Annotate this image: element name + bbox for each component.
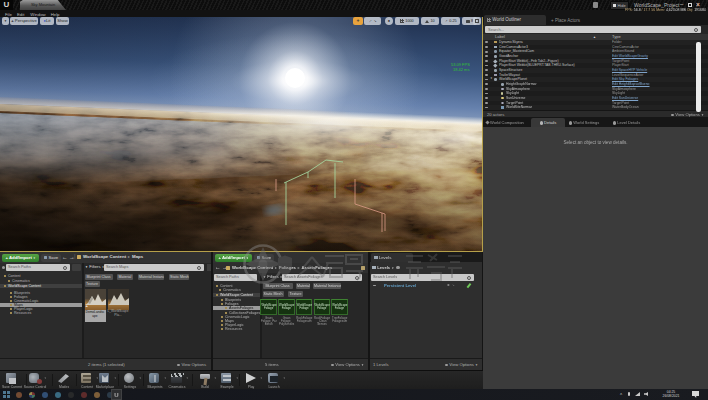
svg-text:18.42 ms: 18.42 ms bbox=[453, 67, 469, 72]
